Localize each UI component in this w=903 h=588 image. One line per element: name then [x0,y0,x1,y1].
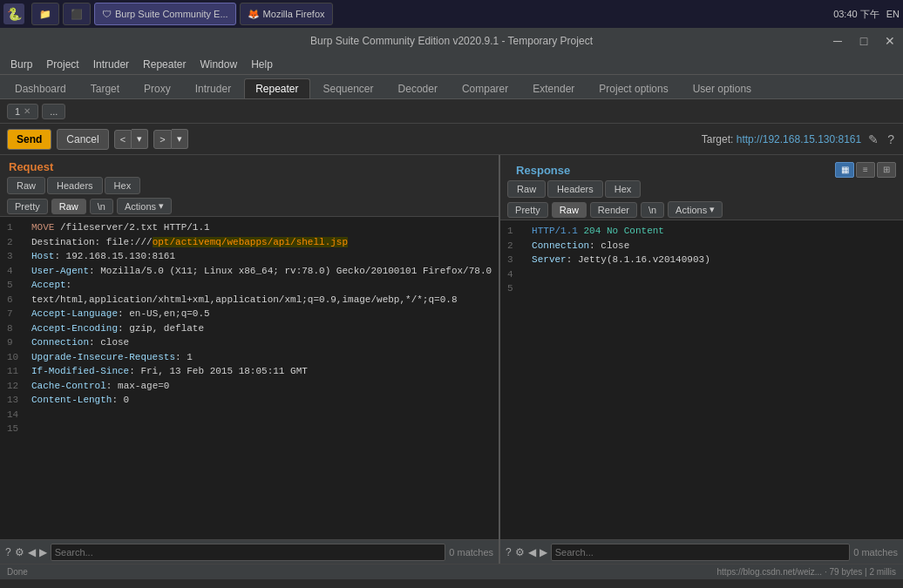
request-search-next[interactable]: ▶ [39,546,47,558]
subtab-1[interactable]: 1 ✕ [7,104,38,119]
status-right: https://blog.csdn.net/weiz... · 79 bytes… [717,567,896,577]
tab-proxy[interactable]: Proxy [132,78,182,98]
tab-dashboard[interactable]: Dashboard [3,78,78,98]
nav-next-button[interactable]: > [153,130,171,149]
line-content: If-Modified-Since: Fri, 13 Feb 2015 18:0… [31,364,308,379]
request-raw-btn[interactable]: Raw [51,199,86,214]
request-actions-btn[interactable]: Actions ▾ [117,198,172,214]
request-search-help[interactable]: ? [5,546,11,558]
table-row: 7Accept-Language: en-US,en;q=0.5 [7,307,492,321]
menu-project[interactable]: Project [39,57,85,72]
tab-project-options[interactable]: Project options [587,78,679,98]
taskbar-app-firefox[interactable]: 🦊 Mozilla Firefox [240,3,333,25]
target-label: Target: http://192.168.15.130:8161 [702,133,862,145]
line-number: 7 [7,307,24,321]
line-content: Content-Length: 0 [31,393,129,408]
table-row: 10Upgrade-Insecure-Requests: 1 [7,350,492,365]
close-button[interactable]: ✕ [877,28,903,54]
table-row: 2Destination: file:///opt/activemq/webap… [7,235,492,250]
tab-target[interactable]: Target [79,78,131,98]
line-content: Connection: close [31,335,129,350]
line-content: Host: 192.168.15.130:8161 [31,249,175,264]
response-tab-raw[interactable]: Raw [507,180,546,198]
tab-user-options[interactable]: User options [682,78,763,98]
menu-burp[interactable]: Burp [3,57,39,72]
response-search-next[interactable]: ▶ [540,546,547,558]
tab-decoder[interactable]: Decoder [387,78,449,98]
response-code-area[interactable]: 1HTTP/1.1 204 No Content2Connection: clo… [500,220,903,539]
send-button[interactable]: Send [7,129,51,150]
tab-repeater[interactable]: Repeater [244,78,309,98]
response-search-bar: ? ⚙ ◀ ▶ 0 matches [500,539,903,564]
line-number: 4 [7,264,24,279]
menu-window[interactable]: Window [193,57,244,72]
taskbar-app-folder[interactable]: 📁 [31,3,59,25]
response-match-count: 0 matches [853,547,898,558]
table-row: 9Connection: close [7,335,492,350]
line-number: 13 [7,393,24,408]
tab-intruder[interactable]: Intruder [184,78,242,98]
menubar: Burp Project Intruder Repeater Window He… [0,54,903,75]
nav-next-group: > ▾ [153,129,187,149]
minimize-button[interactable]: ─ [825,28,851,54]
edit-target-button[interactable]: ✎ [866,131,880,148]
line-number: 3 [7,249,24,264]
request-search-settings[interactable]: ⚙ [15,546,24,558]
response-actions-label: Actions [676,205,707,215]
response-pretty-btn[interactable]: Pretty [507,202,548,218]
view-toggle-split[interactable]: ⊞ [877,162,896,178]
taskbar-app-terminal[interactable]: ⬛ [63,3,91,25]
line-number: 12 [7,379,24,394]
table-row: 3Host: 192.168.15.130:8161 [7,249,492,264]
request-tab-raw[interactable]: Raw [7,177,45,194]
nav-prev-button[interactable]: < [114,130,132,149]
line-content: Cache-Control: max-age=0 [31,379,169,394]
request-tab-hex[interactable]: Hex [105,177,141,194]
response-actions-btn[interactable]: Actions ▾ [668,201,723,218]
view-toggle-list[interactable]: ≡ [856,162,875,178]
taskbar-apps: 📁 ⬛ 🛡 Burp Suite Community E... 🦊 Mozill… [31,3,333,25]
taskbar-logo[interactable]: 🐍 [3,3,24,24]
line-content: Accept-Encoding: gzip, deflate [31,321,204,336]
response-raw-btn[interactable]: Raw [552,202,587,218]
response-search-prev[interactable]: ◀ [528,546,536,558]
line-number: 3 [507,253,525,267]
firefox-icon: 🦊 [248,9,260,20]
tab-extender[interactable]: Extender [521,78,586,98]
subtab-more[interactable]: ... [42,104,65,119]
tab-comparer[interactable]: Comparer [451,78,519,98]
response-search-settings[interactable]: ⚙ [515,546,525,558]
tab-sequencer[interactable]: Sequencer [312,78,385,98]
table-row: 13Content-Length: 0 [7,393,492,408]
menu-help[interactable]: Help [244,57,280,72]
cancel-button[interactable]: Cancel [57,129,108,150]
taskbar-app-burp[interactable]: 🛡 Burp Suite Community E... [94,3,236,25]
response-render-btn[interactable]: Render [590,202,637,218]
request-code-area[interactable]: 1MOVE /fileserver/2.txt HTTP/1.12Destina… [0,217,499,539]
menu-repeater[interactable]: Repeater [136,57,193,72]
request-pretty-btn[interactable]: Pretty [7,199,48,214]
response-tab-hex[interactable]: Hex [605,180,642,198]
response-search-help[interactable]: ? [506,546,512,558]
nav-next-dropdown[interactable]: ▾ [172,129,188,149]
subtab-1-close[interactable]: ✕ [24,106,31,116]
response-header-row: Response ▦ ≡ ⊞ [500,155,903,180]
titlebar-controls: ─ □ ✕ [825,28,903,54]
table-row: 4User-Agent: Mozilla/5.0 (X11; Linux x86… [7,264,492,279]
maximize-button[interactable]: □ [851,28,877,54]
view-toggle-grid[interactable]: ▦ [835,162,854,178]
window-title: Burp Suite Community Edition v2020.9.1 -… [310,35,593,47]
nav-prev-dropdown[interactable]: ▾ [132,129,148,149]
request-ln-btn[interactable]: \n [90,199,113,214]
request-search-prev[interactable]: ◀ [28,546,36,558]
menu-intruder[interactable]: Intruder [86,57,136,72]
help-button[interactable]: ? [886,131,896,148]
response-tab-headers[interactable]: Headers [547,180,603,198]
response-ln-btn[interactable]: \n [641,202,664,218]
request-tab-headers[interactable]: Headers [47,177,103,194]
target-url[interactable]: http://192.168.15.130:8161 [737,133,861,145]
request-search-input[interactable] [51,544,446,561]
response-search-input[interactable] [551,544,850,561]
nav-prev-group: < ▾ [114,129,148,149]
line-content: Accept-Language: en-US,en;q=0.5 [31,307,210,321]
